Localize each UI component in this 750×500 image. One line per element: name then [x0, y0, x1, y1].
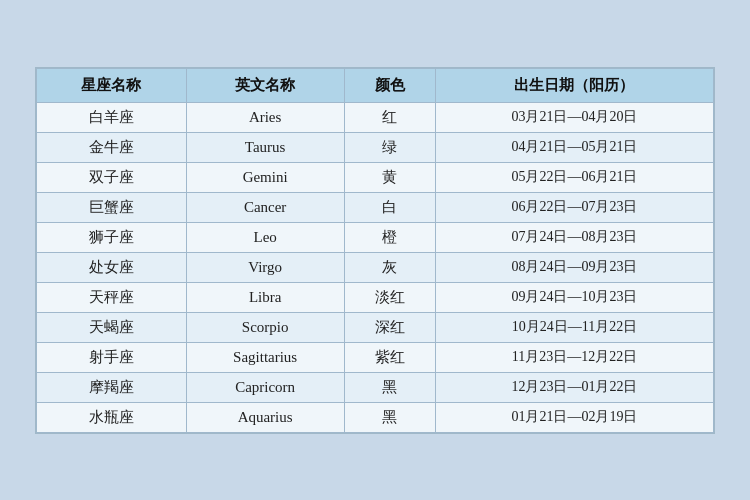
cell-color: 淡红 [344, 282, 435, 312]
cell-chinese-name: 狮子座 [37, 222, 187, 252]
cell-dates: 07月24日—08月23日 [435, 222, 713, 252]
cell-chinese-name: 天秤座 [37, 282, 187, 312]
table-row: 天蝎座Scorpio深红10月24日—11月22日 [37, 312, 714, 342]
table-row: 水瓶座Aquarius黑01月21日—02月19日 [37, 402, 714, 432]
table-row: 射手座Sagittarius紫红11月23日—12月22日 [37, 342, 714, 372]
cell-chinese-name: 金牛座 [37, 132, 187, 162]
cell-dates: 09月24日—10月23日 [435, 282, 713, 312]
cell-chinese-name: 处女座 [37, 252, 187, 282]
cell-color: 黑 [344, 402, 435, 432]
header-dates: 出生日期（阳历） [435, 68, 713, 102]
cell-dates: 06月22日—07月23日 [435, 192, 713, 222]
cell-dates: 10月24日—11月22日 [435, 312, 713, 342]
cell-dates: 01月21日—02月19日 [435, 402, 713, 432]
cell-chinese-name: 水瓶座 [37, 402, 187, 432]
cell-chinese-name: 双子座 [37, 162, 187, 192]
cell-color: 紫红 [344, 342, 435, 372]
table-row: 双子座Gemini黄05月22日—06月21日 [37, 162, 714, 192]
cell-english-name: Cancer [186, 192, 344, 222]
cell-color: 灰 [344, 252, 435, 282]
table-row: 处女座Virgo灰08月24日—09月23日 [37, 252, 714, 282]
cell-english-name: Libra [186, 282, 344, 312]
cell-dates: 04月21日—05月21日 [435, 132, 713, 162]
cell-english-name: Sagittarius [186, 342, 344, 372]
cell-english-name: Virgo [186, 252, 344, 282]
cell-chinese-name: 摩羯座 [37, 372, 187, 402]
cell-color: 红 [344, 102, 435, 132]
cell-english-name: Aquarius [186, 402, 344, 432]
table-row: 金牛座Taurus绿04月21日—05月21日 [37, 132, 714, 162]
table-row: 巨蟹座Cancer白06月22日—07月23日 [37, 192, 714, 222]
zodiac-table: 星座名称 英文名称 颜色 出生日期（阳历） 白羊座Aries红03月21日—04… [36, 68, 714, 433]
cell-chinese-name: 白羊座 [37, 102, 187, 132]
cell-dates: 05月22日—06月21日 [435, 162, 713, 192]
cell-color: 绿 [344, 132, 435, 162]
header-color: 颜色 [344, 68, 435, 102]
cell-dates: 12月23日—01月22日 [435, 372, 713, 402]
cell-color: 橙 [344, 222, 435, 252]
cell-dates: 03月21日—04月20日 [435, 102, 713, 132]
cell-chinese-name: 射手座 [37, 342, 187, 372]
table-header-row: 星座名称 英文名称 颜色 出生日期（阳历） [37, 68, 714, 102]
table-row: 狮子座Leo橙07月24日—08月23日 [37, 222, 714, 252]
cell-english-name: Gemini [186, 162, 344, 192]
cell-color: 黄 [344, 162, 435, 192]
table-row: 摩羯座Capricorn黑12月23日—01月22日 [37, 372, 714, 402]
cell-english-name: Capricorn [186, 372, 344, 402]
table-row: 天秤座Libra淡红09月24日—10月23日 [37, 282, 714, 312]
cell-english-name: Aries [186, 102, 344, 132]
header-english-name: 英文名称 [186, 68, 344, 102]
cell-english-name: Leo [186, 222, 344, 252]
cell-color: 白 [344, 192, 435, 222]
cell-english-name: Taurus [186, 132, 344, 162]
cell-color: 深红 [344, 312, 435, 342]
cell-english-name: Scorpio [186, 312, 344, 342]
cell-color: 黑 [344, 372, 435, 402]
zodiac-table-container: 星座名称 英文名称 颜色 出生日期（阳历） 白羊座Aries红03月21日—04… [35, 67, 715, 434]
header-chinese-name: 星座名称 [37, 68, 187, 102]
cell-dates: 08月24日—09月23日 [435, 252, 713, 282]
cell-chinese-name: 天蝎座 [37, 312, 187, 342]
table-body: 白羊座Aries红03月21日—04月20日金牛座Taurus绿04月21日—0… [37, 102, 714, 432]
cell-dates: 11月23日—12月22日 [435, 342, 713, 372]
cell-chinese-name: 巨蟹座 [37, 192, 187, 222]
table-row: 白羊座Aries红03月21日—04月20日 [37, 102, 714, 132]
